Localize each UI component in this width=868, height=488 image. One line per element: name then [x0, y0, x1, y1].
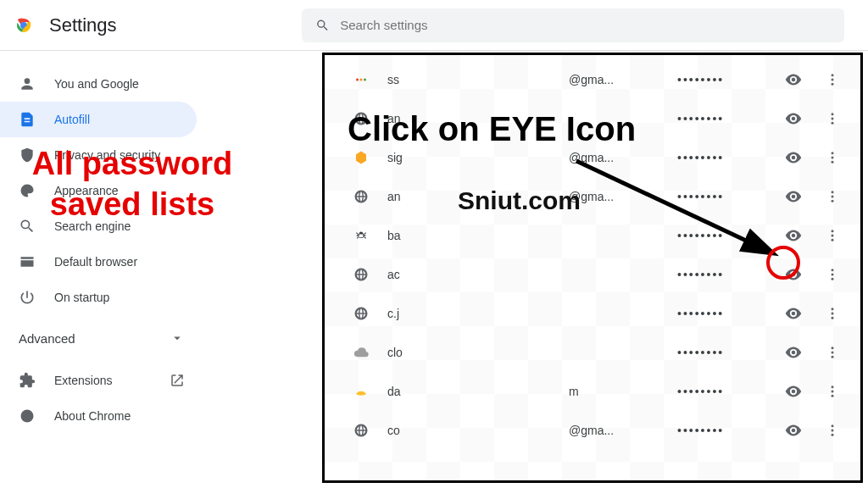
svg-point-34 [832, 434, 834, 436]
more-actions-button[interactable] [825, 306, 840, 321]
site-favicon [353, 306, 369, 321]
password-masked: •••••••• [677, 73, 762, 86]
reveal-password-button[interactable] [784, 421, 803, 440]
site-favicon [353, 423, 369, 438]
username: @gma... [569, 424, 654, 437]
password-masked: •••••••• [677, 307, 762, 320]
svg-point-24 [832, 313, 834, 315]
more-actions-button[interactable] [825, 111, 840, 126]
svg-point-4 [364, 79, 366, 81]
site-name[interactable]: ac [387, 268, 438, 281]
site-favicon [353, 384, 369, 399]
svg-point-16 [832, 200, 834, 202]
chevron-down-icon [170, 330, 185, 346]
site-name[interactable]: da [387, 385, 438, 398]
logo-area: Settings [14, 14, 302, 36]
site-name[interactable]: clo [387, 346, 438, 359]
sidebar-item-label: Default browser [54, 255, 137, 269]
password-masked: •••••••• [677, 385, 762, 398]
svg-point-14 [832, 191, 834, 193]
more-actions-button[interactable] [825, 189, 840, 204]
sidebar: You and Google Autofill Privacy and secu… [0, 51, 203, 488]
svg-point-20 [832, 269, 834, 271]
sidebar-advanced[interactable]: Advanced [0, 315, 203, 354]
sidebar-item-autofill[interactable]: Autofill [0, 102, 197, 137]
site-favicon [353, 189, 369, 204]
more-actions-button[interactable] [825, 150, 840, 165]
svg-point-8 [832, 113, 834, 115]
site-favicon [353, 72, 369, 87]
site-name[interactable]: co [387, 424, 438, 437]
sidebar-item-label: On startup [54, 291, 109, 304]
password-row: ac•••••••• [325, 255, 860, 294]
sidebar-about[interactable]: About Chrome [0, 398, 197, 434]
svg-point-13 [832, 161, 834, 164]
more-actions-button[interactable] [825, 228, 840, 243]
svg-point-3 [360, 79, 363, 81]
password-masked: •••••••• [677, 112, 762, 125]
reveal-password-button[interactable] [784, 382, 803, 401]
sidebar-item-label: Advanced [19, 331, 75, 346]
annotation-site: Sniut.com [458, 186, 581, 215]
sidebar-item-label: You and Google [54, 77, 139, 91]
reveal-password-button[interactable] [784, 304, 803, 323]
svg-point-33 [832, 430, 834, 432]
password-row: dam•••••••• [325, 372, 860, 411]
svg-point-12 [832, 157, 834, 159]
svg-point-18 [832, 235, 834, 237]
sidebar-item-on-startup[interactable]: On startup [0, 280, 197, 315]
reveal-password-button[interactable] [784, 148, 803, 167]
reveal-password-button[interactable] [784, 109, 803, 128]
site-favicon [353, 228, 369, 243]
chrome-small-icon [19, 408, 36, 424]
site-favicon [353, 150, 369, 165]
svg-point-10 [832, 122, 834, 125]
more-actions-button[interactable] [825, 72, 840, 87]
svg-point-19 [832, 239, 834, 241]
username: @gma... [569, 73, 654, 86]
svg-point-30 [832, 391, 834, 393]
sidebar-extensions[interactable]: Extensions [0, 363, 203, 398]
svg-point-23 [832, 308, 834, 310]
reveal-password-button[interactable] [784, 187, 803, 206]
password-masked: •••••••• [677, 190, 762, 203]
site-name[interactable]: ss [387, 73, 438, 86]
svg-point-9 [832, 118, 834, 120]
password-masked: •••••••• [677, 268, 762, 281]
sidebar-item-default-browser[interactable]: Default browser [0, 244, 197, 280]
svg-point-11 [832, 152, 834, 154]
more-actions-button[interactable] [825, 423, 840, 438]
svg-point-32 [832, 424, 834, 427]
password-masked: •••••••• [677, 346, 762, 359]
site-name[interactable]: c.j [387, 307, 438, 320]
search-bar[interactable] [302, 8, 844, 42]
more-actions-button[interactable] [825, 267, 840, 282]
site-favicon [353, 345, 369, 360]
site-name[interactable]: an [387, 190, 438, 203]
password-row: c.j•••••••• [325, 294, 860, 333]
username: @gma... [569, 151, 654, 164]
username: m [569, 385, 654, 398]
reveal-password-button[interactable] [784, 265, 803, 284]
svg-point-27 [832, 352, 834, 354]
chrome-icon [14, 15, 34, 36]
site-name[interactable]: ba [387, 229, 438, 242]
svg-point-5 [832, 74, 834, 76]
svg-point-15 [832, 196, 834, 198]
reveal-password-button[interactable] [784, 226, 803, 245]
page-title: Settings [49, 14, 117, 36]
sidebar-item-label: About Chrome [54, 409, 131, 423]
reveal-password-button[interactable] [784, 343, 803, 362]
sidebar-item-label: Autofill [54, 113, 90, 126]
search-input[interactable] [340, 18, 831, 32]
site-name[interactable]: sig [387, 151, 438, 164]
password-masked: •••••••• [677, 151, 762, 164]
more-actions-button[interactable] [825, 345, 840, 360]
reveal-password-button[interactable] [784, 70, 803, 89]
extension-icon [19, 372, 36, 389]
more-actions-button[interactable] [825, 384, 840, 399]
annotation-left: All password saved lists [5, 144, 259, 225]
browser-icon [19, 253, 36, 270]
sidebar-item-you-and-google[interactable]: You and Google [0, 66, 197, 102]
username: @gma... [569, 190, 654, 203]
